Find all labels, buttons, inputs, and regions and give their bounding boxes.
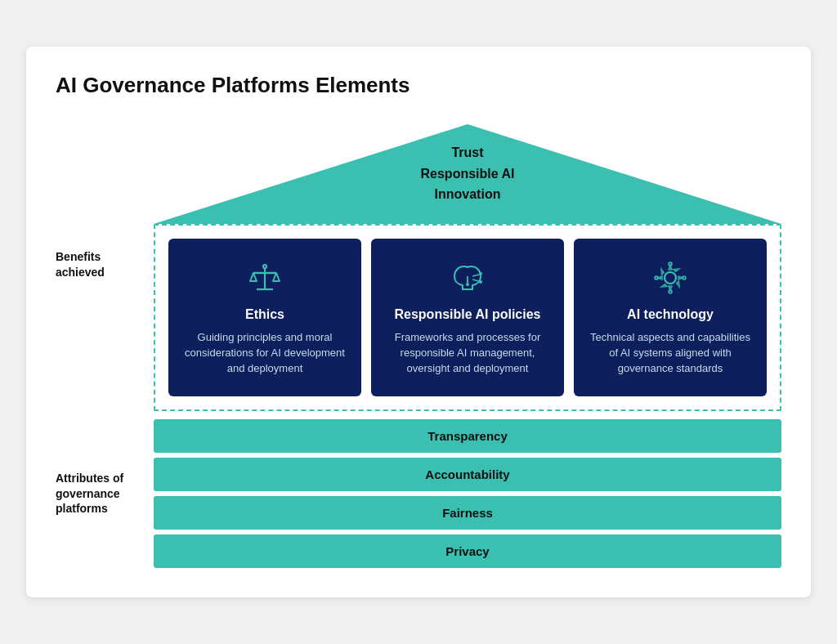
attribute-bar-fairness: Fairness xyxy=(154,496,781,530)
top-section: Benefitsachieved Trust Responsible AI In… xyxy=(56,118,781,411)
attributes-label-col: Attributes ofgovernanceplatforms xyxy=(56,414,154,568)
platform-card-ethics: Ethics Guiding principles and moral cons… xyxy=(168,239,361,396)
attributes-col: Transparency Accountability Fairness Pri… xyxy=(154,414,781,568)
roof-item-trust: Trust xyxy=(451,142,483,163)
svg-line-9 xyxy=(472,280,479,281)
svg-point-8 xyxy=(479,272,482,275)
responsible-ai-icon xyxy=(448,258,487,297)
benefits-label: Benefitsachieved xyxy=(56,249,105,279)
roof-text: Trust Responsible AI Innovation xyxy=(154,142,781,205)
svg-point-1 xyxy=(263,265,266,268)
platform-desc-ethics: Guiding principles and moral considerati… xyxy=(181,330,348,377)
ethics-icon xyxy=(245,258,284,297)
content-col: Trust Responsible AI Innovation xyxy=(154,118,781,411)
page-title: AI Governance Platforms Elements xyxy=(56,73,781,98)
svg-point-12 xyxy=(466,283,469,286)
attributes-label: Attributes ofgovernanceplatforms xyxy=(56,471,123,516)
roof-wrapper: Trust Responsible AI Innovation xyxy=(154,118,781,224)
svg-point-10 xyxy=(479,280,482,284)
platform-title-responsible-ai: Responsible AI policies xyxy=(394,307,540,322)
platforms-dashed-container: Ethics Guiding principles and moral cons… xyxy=(154,224,781,411)
platform-desc-responsible-ai: Frameworks and processes for responsible… xyxy=(384,330,551,377)
platform-card-ai-technology: AI technology Technical aspects and capa… xyxy=(574,239,767,396)
attribute-bar-accountability: Accountability xyxy=(154,458,781,491)
diagram: Benefitsachieved Trust Responsible AI In… xyxy=(56,118,781,568)
platform-desc-ai-technology: Technical aspects and capabilities of AI… xyxy=(587,330,754,377)
platform-title-ai-technology: AI technology xyxy=(627,307,714,322)
platform-card-responsible-ai: Responsible AI policies Frameworks and p… xyxy=(371,239,564,396)
attribute-bar-privacy: Privacy xyxy=(154,534,781,568)
roof-item-responsible-ai: Responsible AI xyxy=(421,163,515,185)
ai-technology-icon xyxy=(651,258,690,297)
main-card: AI Governance Platforms Elements Benefit… xyxy=(26,47,811,597)
benefits-label-col: Benefitsachieved xyxy=(56,118,154,411)
platform-title-ethics: Ethics xyxy=(245,307,284,322)
svg-point-13 xyxy=(665,272,676,284)
bottom-section: Attributes ofgovernanceplatforms Transpa… xyxy=(56,414,781,568)
attribute-bar-transparency: Transparency xyxy=(154,419,781,453)
roof-item-innovation: Innovation xyxy=(435,184,501,205)
svg-line-7 xyxy=(472,275,479,276)
